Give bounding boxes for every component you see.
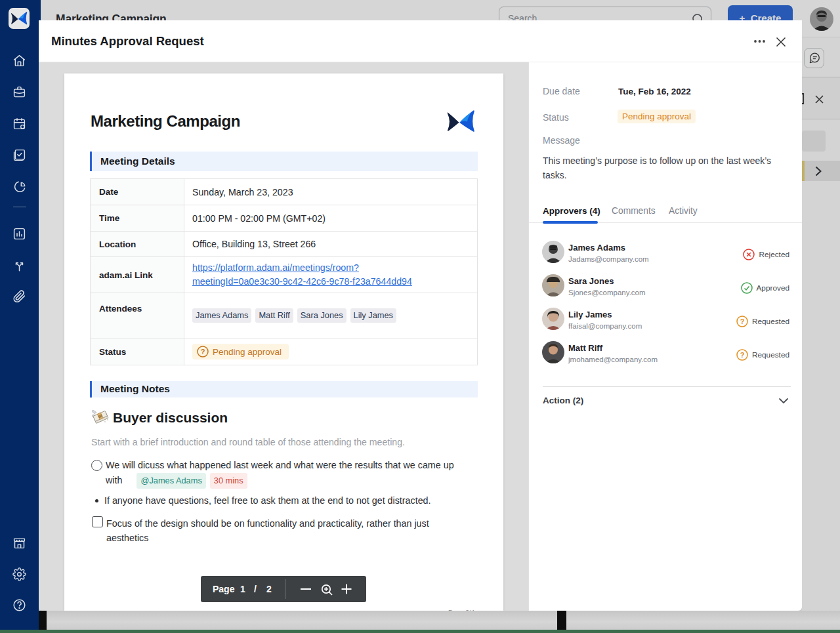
svg-text:?: ? <box>201 348 205 356</box>
svg-text:?: ? <box>740 351 745 359</box>
svg-text:?: ? <box>740 317 745 325</box>
